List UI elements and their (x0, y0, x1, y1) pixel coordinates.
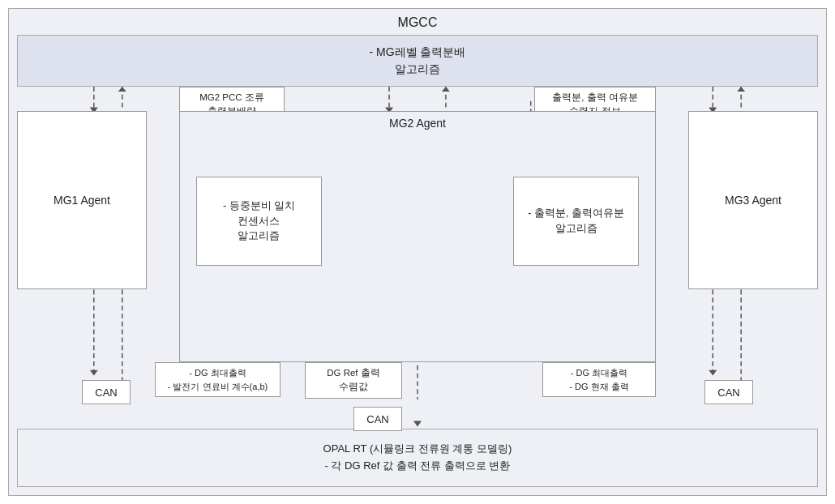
can-mid-box: CAN (353, 407, 402, 431)
svg-marker-3 (118, 87, 126, 92)
info-dg-left-line2: - 발전기 연료비 계수(a,b) (168, 382, 268, 391)
info-dg-ref-line2: 수렴값 (339, 382, 368, 391)
algo-left-line1: - 등중분비 일치 (223, 200, 295, 211)
algo-right-box: - 출력분, 출력여유분 알고리즘 (513, 177, 639, 266)
svg-marker-11 (442, 87, 450, 92)
opal-box: OPAL RT (시뮬링크 전류원 계통 모델링) - 각 DG Ref 값 출… (17, 429, 818, 487)
algo-right-line2: 알고리즘 (555, 223, 597, 234)
svg-marker-28 (709, 370, 717, 376)
info-dg-right-line2: - DG 현재 출력 (569, 382, 628, 391)
info-dg-left-line1: - DG 최대출력 (189, 368, 246, 378)
opal-line1: OPAL RT (시뮬링크 전류원 계통 모델링) (323, 442, 512, 455)
mg3-agent-box: MG3 Agent (688, 111, 818, 289)
mg2-outer-box: MG2 Agent - 등중분비 일치 컨센서스 알고리즘 - 출력분, 출력여… (179, 111, 656, 362)
can-right-box: CAN (704, 380, 753, 404)
svg-marker-7 (737, 87, 745, 92)
mg2-agent-label: MG2 Agent (180, 112, 655, 133)
info-dg-ref-box: DG Ref 출력 수렴값 (305, 362, 402, 399)
mg1-agent-box: MG1 Agent (17, 111, 147, 289)
can-left-label: CAN (95, 387, 117, 399)
info-dg-right-box: - DG 최대출력 - DG 현재 출력 (542, 362, 656, 397)
info-dg-ref-line1: DG Ref 출력 (327, 368, 380, 378)
info-dg-right-line1: - DG 최대출력 (571, 368, 627, 378)
info-dg-left-box: - DG 최대출력 - 발전기 연료비 계수(a,b) (155, 362, 280, 397)
info-output-surplus-line1: 출력분, 출력 여유분 (552, 92, 638, 102)
algo-right-line1: - 출력분, 출력여유분 (528, 207, 624, 219)
mg3-agent-label: MG3 Agent (725, 194, 781, 207)
svg-marker-24 (90, 370, 98, 376)
outer-container: MGCC - MG레벨 출력분배 알고리즘 (8, 8, 827, 496)
svg-marker-33 (413, 421, 422, 427)
mgcc-title: MGCC (9, 9, 826, 35)
info-mg2-pcc-line1: MG2 PCC 조류 (199, 92, 264, 102)
mg-level-box: - MG레벨 출력분배 알고리즘 (17, 35, 818, 87)
algo-left-line3: 알고리즘 (238, 230, 280, 241)
mg-level-line1: - MG레벨 출력분배 (370, 45, 466, 58)
mg1-agent-label: MG1 Agent (54, 194, 110, 207)
mg-level-line2: 알고리즘 (395, 62, 440, 75)
can-right-label: CAN (717, 387, 739, 399)
can-mid-label: CAN (366, 413, 388, 425)
main-area: MG1 Agent MG3 Agent MG2 PCC 조류 출력분배량 출력분… (17, 87, 818, 429)
algo-left-line2: 컨센서스 (238, 216, 280, 227)
opal-line2: - 각 DG Ref 값 출력 전류 출력으로 변환 (325, 459, 511, 472)
can-left-box: CAN (82, 380, 131, 404)
algo-left-box: - 등중분비 일치 컨센서스 알고리즘 (196, 177, 322, 266)
